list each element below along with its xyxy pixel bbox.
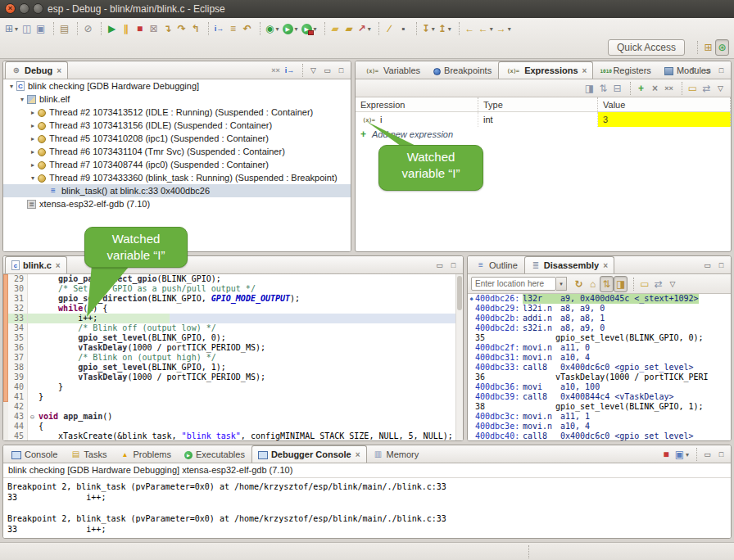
tab-close-icon[interactable]: ×: [356, 450, 360, 459]
expander-icon[interactable]: ▾: [17, 96, 27, 103]
build-icon[interactable]: ▤: [57, 20, 71, 37]
expander-icon[interactable]: ▸: [28, 135, 38, 142]
disassembly-line[interactable]: 400dbc39:call80x400844c4 <vTaskDelay>: [468, 392, 731, 402]
minimize-view-icon[interactable]: ▭: [700, 62, 714, 79]
debug-tree-item[interactable]: ▸Thread #6 1073431104 (Tmr Svc) (Suspend…: [3, 145, 351, 158]
minimize-view-icon[interactable]: ▭: [700, 257, 714, 273]
debug-tree-item[interactable]: ▸Thread #5 1073410208 (ipc1) (Suspended …: [3, 132, 351, 145]
forward-history-icon[interactable]: →▾: [495, 20, 513, 37]
show-annotations-icon[interactable]: ▪: [396, 20, 410, 37]
tab-problems[interactable]: Problems: [113, 445, 177, 463]
maximize-view-icon[interactable]: □: [714, 62, 728, 79]
code-line[interactable]: 33 i++;: [8, 314, 455, 323]
disassembly-line[interactable]: 400dbc2f:movi.na11, 0: [468, 343, 731, 353]
previous-annotation-icon[interactable]: ↧▾: [420, 20, 437, 37]
disassembly-line[interactable]: 400dbc29:l32i.na8, a9, 0: [468, 304, 731, 314]
dropdown-arrow-icon[interactable]: ▾: [686, 451, 689, 458]
debug-tree-item[interactable]: blink_task() at blink.c:33 0x400dbc26: [3, 184, 351, 197]
open-perspective-icon[interactable]: ⊞: [701, 39, 715, 56]
terminate-icon[interactable]: ■: [133, 20, 147, 37]
code-line[interactable]: 42: [8, 402, 455, 412]
code-line[interactable]: 30 /* Set the GPIO as a push/pull output…: [8, 284, 455, 294]
remove-all-expressions-icon[interactable]: ××: [662, 80, 676, 97]
back-history-icon[interactable]: ←▾: [477, 20, 495, 37]
add-expression-row[interactable]: + Add new expression: [356, 127, 731, 142]
disassembly-line[interactable]: 35gpio_set_level(BLINK_GPIO, 0);: [468, 333, 731, 343]
code-line[interactable]: 38 gpio_set_level(BLINK_GPIO, 1);: [8, 363, 455, 373]
tab-executables[interactable]: Executables: [178, 445, 251, 463]
show-debug-context-icon[interactable]: ≡: [226, 20, 240, 37]
last-edit-location-icon[interactable]: ←: [463, 20, 477, 37]
pin-view-icon[interactable]: ⇄: [651, 276, 665, 292]
run-icon[interactable]: ▶▾: [281, 20, 300, 37]
quick-access-button[interactable]: Quick Access: [608, 39, 685, 56]
remove-expression-icon[interactable]: ×: [648, 80, 662, 97]
view-menu-icon[interactable]: ▽: [306, 62, 320, 79]
fold-minus-icon[interactable]: ⊖: [28, 412, 37, 422]
refresh-icon[interactable]: ↻: [572, 276, 586, 292]
code-line[interactable]: 32 while(1) {: [8, 304, 455, 314]
code-line[interactable]: 37 /* Blink on (output high) */: [8, 353, 455, 363]
debug-tree-item[interactable]: ▾blink.elf: [3, 93, 351, 106]
code-line[interactable]: 36 vTaskDelay(1000 / portTICK_PERIOD_MS)…: [8, 343, 455, 353]
flash-download-icon[interactable]: ↗▾: [356, 20, 373, 37]
code-line[interactable]: 44{: [8, 422, 455, 431]
view-menu-icon[interactable]: ▽: [665, 276, 679, 292]
expander-icon[interactable]: ▸: [28, 161, 38, 169]
maximize-view-icon[interactable]: □: [334, 62, 348, 79]
add-expression-icon[interactable]: +: [634, 80, 648, 97]
disassembly-listing[interactable]: ◆400dbc26:l32ra9, 0x400d045c <_stext+109…: [468, 294, 731, 440]
debug-tree-item[interactable]: ▸Thread #7 1073408744 (ipc0) (Suspended …: [3, 158, 351, 171]
drop-to-frame-icon[interactable]: ↶: [240, 20, 254, 37]
terminate-console-icon[interactable]: ■: [659, 446, 673, 463]
tab-outline[interactable]: Outline: [469, 256, 524, 273]
code-editor[interactable]: → 29 gpio_pad_select_gpio(BLINK_GPIO);30…: [3, 274, 463, 440]
new-expressions-view-icon[interactable]: ▭: [686, 80, 700, 97]
column-header[interactable]: Value: [598, 97, 731, 112]
tab-close-icon[interactable]: ×: [603, 261, 608, 270]
show-source-icon[interactable]: ◨: [614, 276, 628, 292]
save-all-icon[interactable]: ▣: [34, 20, 48, 37]
disconnect-icon[interactable]: ⊠: [147, 20, 161, 37]
tab-disassembly[interactable]: Disassembly×: [524, 256, 614, 273]
disassembly-line[interactable]: 400dbc31:movi.na10, 4: [468, 353, 731, 363]
dropdown-arrow-icon[interactable]: ▾: [295, 25, 298, 33]
console-output[interactable]: Breakpoint 2, blink_task (pvParameter=0x…: [3, 479, 731, 538]
disassembly-line[interactable]: ◆400dbc26:l32ra9, 0x400d045c <_stext+109…: [468, 294, 731, 304]
disassembly-line[interactable]: 400dbc3e:movi.na10, 4: [468, 422, 731, 431]
disassembly-line[interactable]: 400dbc2b:addi.na8, a8, 1: [468, 314, 731, 323]
dropdown-arrow-icon[interactable]: ▾: [432, 25, 435, 33]
expander-icon[interactable]: ▸: [28, 148, 38, 156]
new-wizard-icon[interactable]: ⊞▾: [3, 20, 20, 37]
code-line[interactable]: 43⊖void app_main(): [8, 412, 455, 422]
expander-icon[interactable]: ▸: [28, 122, 38, 129]
dropdown-arrow-icon[interactable]: ▾: [15, 25, 18, 33]
home-icon[interactable]: ⌂: [586, 276, 600, 292]
skip-all-breakpoints-icon[interactable]: ⊘: [81, 20, 95, 37]
dropdown-arrow-icon[interactable]: ▾: [276, 25, 279, 33]
expression-row[interactable]: iint3: [356, 112, 731, 127]
show-type-names-icon[interactable]: ◨: [582, 80, 596, 97]
dropdown-arrow-icon[interactable]: ▾: [368, 25, 371, 33]
tab-registers[interactable]: Registers: [593, 61, 657, 79]
tab-tasks[interactable]: Tasks: [64, 445, 113, 463]
external-tools-icon[interactable]: ▶▾: [300, 20, 319, 37]
dropdown-arrow-icon[interactable]: ▾: [314, 25, 317, 33]
window-close-button[interactable]: ×: [5, 3, 16, 14]
maximize-view-icon[interactable]: □: [714, 446, 728, 463]
scrollbar-thumb[interactable]: [457, 276, 462, 310]
step-return-icon[interactable]: ↰: [188, 20, 202, 37]
step-over-icon[interactable]: ↷: [174, 20, 188, 37]
code-line[interactable]: 31 gpio_set_direction(BLINK_GPIO, GPIO_M…: [8, 294, 455, 304]
disassembly-line[interactable]: 400dbc33:call80x400dc6c0 <gpio_set_level…: [468, 363, 731, 373]
disassembly-line[interactable]: 400dbc36:movia10, 100: [468, 382, 731, 392]
debug-tree-item[interactable]: ▾Thread #9 1073433360 (blink_task : Runn…: [3, 171, 351, 184]
mark-occurrences-icon[interactable]: ∕: [383, 20, 396, 37]
next-annotation-icon[interactable]: ↥▾: [437, 20, 453, 37]
code-line[interactable]: 35 gpio_set_level(BLINK_GPIO, 0);: [8, 333, 455, 343]
editor-scrollbar[interactable]: [455, 274, 463, 440]
code-line[interactable]: 41}: [8, 392, 455, 402]
dropdown-arrow-icon[interactable]: ▾: [490, 25, 493, 33]
code-line[interactable]: 29 gpio_pad_select_gpio(BLINK_GPIO);: [8, 274, 455, 284]
open-folder-icon[interactable]: ▰: [328, 20, 342, 37]
